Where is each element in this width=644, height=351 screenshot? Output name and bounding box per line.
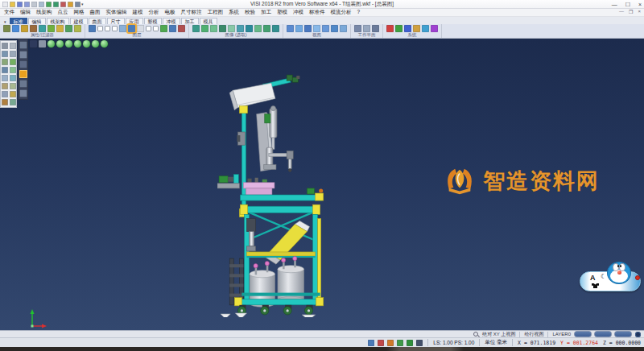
save-all-icon[interactable]	[24, 2, 30, 7]
layer-checkbox-4[interactable]	[146, 26, 151, 31]
snap-point-icon[interactable]	[2, 59, 8, 65]
zoom-fit-icon[interactable]	[254, 25, 262, 32]
mdi-minimize-button[interactable]: —	[619, 9, 624, 14]
workplane-align-icon[interactable]	[363, 25, 370, 32]
dock-layers-icon[interactable]	[19, 51, 27, 59]
ribbon-tab[interactable]: 线架构	[47, 18, 69, 24]
vp-sphere-6-icon[interactable]	[92, 40, 99, 47]
vp-sphere-2-icon[interactable]	[56, 40, 64, 47]
menu-item[interactable]: 编辑	[20, 9, 31, 16]
view-top-icon[interactable]	[287, 25, 294, 32]
mdi-restore-button[interactable]: ❐	[629, 9, 633, 14]
ribbon-tab[interactable]: 曲面	[89, 18, 106, 24]
view-iso-icon[interactable]	[313, 25, 320, 32]
machine-assembly-model[interactable]	[217, 71, 340, 317]
layer-manager-icon[interactable]	[89, 25, 96, 32]
rotate-icon[interactable]	[10, 67, 16, 73]
active-layer-icon[interactable]	[128, 25, 135, 32]
undo-icon[interactable]	[46, 2, 52, 7]
ime-toolbar[interactable]: A ☾	[580, 261, 642, 299]
menu-item[interactable]: ?	[357, 9, 361, 16]
layer-filter-icon[interactable]	[47, 25, 55, 32]
layer-checkbox-3[interactable]	[112, 26, 118, 31]
workplane-icon[interactable]	[354, 25, 361, 32]
menu-item[interactable]: 电极	[165, 9, 175, 16]
view-back-icon[interactable]	[322, 25, 329, 32]
entity-snap-icon[interactable]	[397, 340, 403, 346]
section-icon[interactable]	[237, 25, 244, 32]
menu-item[interactable]: 曲面	[90, 9, 101, 16]
menu-item[interactable]: 标准件	[309, 9, 325, 16]
menu-item[interactable]: 工程图	[208, 9, 224, 16]
ribbon-tab[interactable]: 编辑	[28, 18, 46, 24]
save-icon[interactable]	[17, 2, 23, 7]
box-select-icon[interactable]	[2, 51, 8, 57]
menu-item[interactable]: 建模	[133, 9, 143, 16]
layer-move-icon[interactable]	[169, 25, 176, 32]
layer-quick-button-1[interactable]	[575, 332, 591, 337]
extend-icon[interactable]	[2, 91, 8, 97]
system-database-icon[interactable]	[404, 25, 411, 32]
vp-sphere-3-icon[interactable]	[65, 40, 72, 47]
workplane-reset-icon[interactable]	[372, 25, 379, 32]
dock-selection-icon[interactable]	[19, 70, 27, 78]
system-settings-icon[interactable]	[386, 25, 394, 32]
measure-icon[interactable]	[10, 51, 16, 57]
zoom-window-icon[interactable]	[246, 25, 253, 32]
color-well-icon[interactable]	[635, 332, 641, 337]
rotate-view-icon[interactable]	[272, 25, 279, 32]
plane-icon[interactable]	[10, 75, 16, 81]
menu-item[interactable]: 系统	[229, 9, 239, 16]
info-icon[interactable]	[75, 2, 80, 7]
view-front-icon[interactable]	[295, 25, 303, 32]
ribbon-tab[interactable]: 加工	[181, 18, 199, 24]
pan-icon[interactable]	[263, 25, 270, 32]
line-style-icon[interactable]	[21, 25, 28, 32]
layer-add-icon[interactable]	[160, 25, 167, 32]
menu-item[interactable]: 线架构	[36, 9, 52, 16]
settings-icon[interactable]	[68, 2, 73, 7]
system-info-icon[interactable]	[431, 25, 438, 32]
vp-sphere-1-icon[interactable]	[47, 40, 55, 47]
line-weight-icon[interactable]	[30, 25, 37, 32]
ribbon-tab[interactable]: 建模	[70, 18, 88, 24]
view-custom-icon[interactable]	[340, 25, 347, 32]
close-button[interactable]: ×	[638, 1, 642, 8]
render-icon[interactable]	[219, 25, 226, 32]
ribbon-tab[interactable]: 尺寸	[107, 18, 125, 24]
wireframe-icon[interactable]	[201, 25, 208, 32]
ime-moon-icon[interactable]: ☾	[601, 273, 606, 280]
ribbon-tab[interactable]: 应用	[126, 18, 143, 24]
view-side-icon[interactable]	[304, 25, 312, 32]
layer-visibility-icon[interactable]	[119, 25, 126, 32]
maximize-button[interactable]: ☐	[625, 1, 630, 8]
shading-icon[interactable]	[192, 25, 200, 32]
ribbon-tab[interactable]: 模具	[200, 18, 217, 24]
vp-sphere-4-icon[interactable]	[74, 40, 81, 47]
select-tool-icon[interactable]	[2, 43, 8, 49]
minimize-button[interactable]: —	[612, 1, 617, 8]
trim-icon[interactable]	[10, 83, 16, 89]
edit-geom-icon[interactable]	[10, 59, 16, 65]
erase-tool-icon[interactable]	[10, 43, 16, 49]
magnet-icon[interactable]	[378, 340, 384, 346]
system-tools-icon[interactable]	[413, 25, 420, 32]
view-bottom-icon[interactable]	[331, 25, 338, 32]
vp-dark-icon[interactable]	[30, 40, 37, 47]
viewport-canvas[interactable]: 智造资料网 A ☾	[0, 39, 644, 330]
system-macro-icon[interactable]	[422, 25, 429, 32]
menu-item[interactable]: 尺寸标注	[181, 9, 202, 16]
layer-quick-button-3[interactable]	[615, 332, 631, 337]
system-calc-icon[interactable]	[395, 25, 402, 32]
menu-item[interactable]: 文件	[4, 9, 14, 16]
offset-icon[interactable]	[2, 83, 8, 89]
transparency-icon[interactable]	[228, 25, 235, 32]
menu-item[interactable]: 校验	[245, 9, 255, 16]
dock-model-icon[interactable]	[19, 41, 27, 49]
ribbon-tab[interactable]: 标准	[10, 18, 27, 24]
mirror-icon[interactable]	[2, 75, 8, 81]
dock-history-icon[interactable]	[19, 80, 27, 88]
chamfer-icon[interactable]	[10, 99, 16, 105]
active-layer-label[interactable]: LAYER0	[552, 332, 571, 337]
refresh-icon[interactable]	[407, 340, 413, 346]
